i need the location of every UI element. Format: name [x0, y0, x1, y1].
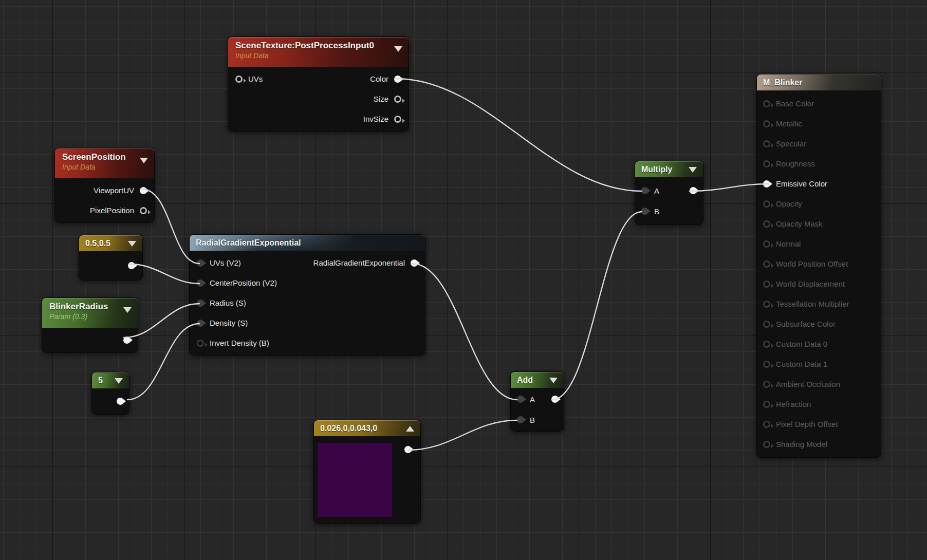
input-pin-ambient-occlusion[interactable]: [763, 381, 770, 388]
pin-label: Base Color: [776, 99, 814, 108]
output-pin[interactable]: [404, 446, 412, 453]
wire-radial-to-add-a[interactable]: [412, 264, 517, 400]
node-subtitle: Input Data: [62, 163, 147, 172]
output-pin[interactable]: [117, 398, 124, 405]
node-screenposition[interactable]: ScreenPosition Input Data ViewportUV Pix…: [54, 148, 155, 223]
node-title: 0.026,0,0.043,0: [320, 423, 414, 434]
node-header[interactable]: 0.026,0,0.043,0: [314, 420, 420, 436]
node-constant-5[interactable]: 5: [91, 372, 129, 415]
output-pin[interactable]: [690, 187, 697, 194]
input-pin-b[interactable]: [517, 416, 524, 423]
input-pin-custom-data-1[interactable]: [763, 361, 770, 368]
input-pin-a[interactable]: [641, 187, 648, 194]
input-pin-uvs-v2[interactable]: [197, 259, 204, 267]
input-pin-world-position-offset[interactable]: [763, 260, 770, 268]
node-scenetexture-postprocessinput0[interactable]: SceneTexture:PostProcessInput0 Input Dat…: [228, 36, 409, 132]
pin-label: World Position Offset: [776, 259, 848, 268]
pin-row: B: [635, 201, 703, 221]
node-header[interactable]: BlinkerRadius Param (0.3): [42, 298, 138, 328]
color-preview-swatch: [318, 443, 392, 517]
node-header[interactable]: Add: [511, 372, 564, 388]
collapse-triangle-icon[interactable]: [394, 46, 402, 52]
output-pin[interactable]: [128, 262, 135, 269]
input-pin-refraction[interactable]: [763, 401, 770, 408]
input-pin-metallic[interactable]: [763, 120, 770, 127]
collapse-triangle-icon[interactable]: [689, 167, 697, 173]
pin-row: Opacity: [757, 194, 881, 214]
node-header[interactable]: SceneTexture:PostProcessInput0 Input Dat…: [228, 37, 409, 67]
input-pin-shading-model[interactable]: [763, 441, 770, 448]
node-header[interactable]: ScreenPosition Input Data: [55, 148, 154, 178]
input-pin-base-color[interactable]: [763, 100, 770, 107]
node-title: M_Blinker: [763, 77, 875, 88]
output-pin[interactable]: [123, 337, 131, 344]
pin-label: Invert Density (B): [210, 339, 269, 347]
input-pin-world-displacement[interactable]: [763, 281, 770, 288]
expand-triangle-icon[interactable]: [406, 426, 414, 432]
node-m-blinker-result[interactable]: M_Blinker Base Color Metallic Specular R…: [756, 74, 881, 458]
output-pin-viewportuv[interactable]: [140, 187, 147, 194]
output-pin-color[interactable]: [394, 76, 401, 83]
input-pin-pixel-depth-offset[interactable]: [763, 421, 770, 428]
collapse-triangle-icon[interactable]: [123, 307, 132, 313]
input-pin-emissive-color[interactable]: [763, 180, 770, 188]
pin-row: Opacity Mask: [757, 214, 881, 234]
pin-label: Custom Data 1: [776, 360, 827, 368]
input-pin-b[interactable]: [641, 208, 648, 215]
wire-constfive-to-radial-density[interactable]: [127, 324, 199, 400]
node-radialgradientexponential[interactable]: RadialGradientExponential UVs (V2) Radia…: [189, 234, 425, 356]
output-pin-size[interactable]: [394, 96, 401, 103]
output-pin-pixelposition[interactable]: [140, 207, 147, 214]
input-pin-normal[interactable]: [763, 240, 770, 248]
pin-label: Metallic: [776, 119, 802, 128]
collapse-triangle-icon[interactable]: [115, 378, 123, 384]
pin-row: [92, 390, 129, 412]
material-graph-canvas[interactable]: SceneTexture:PostProcessInput0 Input Dat…: [0, 0, 927, 560]
node-header[interactable]: Multiply: [635, 161, 703, 177]
input-pin-density-s[interactable]: [197, 320, 204, 327]
output-pin-invsize[interactable]: [394, 116, 401, 123]
output-pin-result[interactable]: [411, 259, 418, 267]
input-pin-custom-data-0[interactable]: [763, 341, 770, 348]
input-pin-specular[interactable]: [763, 140, 770, 147]
pin-label: UVs (V2): [210, 258, 241, 267]
node-constant4vector[interactable]: 0.026,0,0.043,0: [313, 420, 421, 524]
pin-row: Custom Data 1: [757, 354, 881, 374]
input-pin-tessellation-multiplier[interactable]: [763, 301, 770, 308]
collapse-triangle-icon[interactable]: [128, 241, 136, 247]
pin-label: Radius (S): [210, 298, 246, 307]
node-subtitle: Param (0.3): [49, 312, 131, 321]
pin-row: Size: [228, 89, 409, 109]
input-pin-subsurface-color[interactable]: [763, 321, 770, 328]
node-add[interactable]: Add A B: [510, 371, 564, 432]
pin-row: Custom Data 0: [757, 334, 881, 354]
input-pin-centerposition-v2[interactable]: [197, 279, 204, 287]
input-pin-a[interactable]: [517, 396, 524, 403]
wire-add-to-multiply-b[interactable]: [552, 212, 642, 400]
wire-constvec4-to-add-b[interactable]: [408, 420, 517, 450]
node-blinkerradius-param[interactable]: BlinkerRadius Param (0.3): [42, 297, 138, 353]
node-multiply[interactable]: Multiply A B: [635, 161, 703, 225]
pin-label: B: [530, 416, 535, 424]
collapse-triangle-icon[interactable]: [140, 158, 148, 163]
node-header[interactable]: 0.5,0.5: [79, 235, 142, 251]
node-header[interactable]: M_Blinker: [757, 74, 881, 90]
input-pin-roughness[interactable]: [763, 160, 770, 167]
input-pin-radius-s[interactable]: [197, 300, 204, 307]
pin-label: Subsurface Color: [776, 320, 836, 328]
pin-label: Opacity Mask: [776, 219, 823, 228]
node-header[interactable]: 5: [92, 372, 129, 388]
collapse-triangle-icon[interactable]: [549, 378, 558, 383]
pin-row: Radius (S): [190, 293, 425, 313]
output-pin[interactable]: [551, 396, 559, 403]
input-pin-opacity-mask[interactable]: [763, 220, 770, 228]
input-pin-uvs[interactable]: [235, 76, 243, 83]
wire-scenecolor-to-multiply-a[interactable]: [396, 79, 642, 191]
node-header[interactable]: RadialGradientExponential: [190, 235, 425, 251]
pin-row: ViewportUV: [55, 180, 154, 200]
input-pin-invert-density-b[interactable]: [197, 340, 204, 347]
pin-label: Size: [374, 95, 388, 103]
pin-row: [42, 330, 138, 350]
input-pin-opacity[interactable]: [763, 200, 770, 208]
node-constant-0.5-0.5[interactable]: 0.5,0.5: [79, 235, 143, 281]
